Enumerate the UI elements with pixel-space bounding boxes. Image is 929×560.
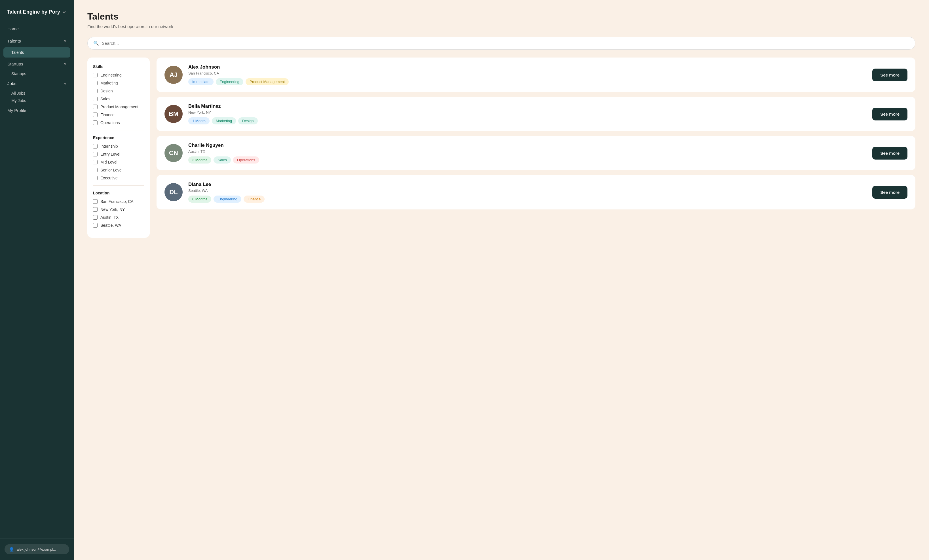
tag-finance: Finance: [244, 196, 265, 203]
mid-level-label: Mid Level: [100, 160, 117, 164]
tag-sales: Sales: [213, 156, 231, 164]
search-input[interactable]: [102, 41, 909, 46]
seattle-checkbox[interactable]: [93, 223, 98, 228]
engineering-checkbox[interactable]: [93, 73, 98, 77]
tag-engineering: Engineering: [216, 78, 243, 85]
tag-engineering: Engineering: [213, 196, 241, 203]
tag-operations: Operations: [233, 156, 259, 164]
see-more-button-bella-martinez[interactable]: See more: [872, 108, 908, 121]
talent-name-alex-johnson: Alex Johnson: [188, 64, 867, 70]
tag-product-management: Product Management: [245, 78, 289, 85]
internship-checkbox[interactable]: [93, 144, 98, 148]
sidebar-item-jobs-label: Jobs: [8, 81, 17, 86]
tag-3-months: 3 Months: [188, 156, 211, 164]
filter-seattle[interactable]: Seattle, WA: [93, 223, 144, 228]
talent-info-bella-martinez: Bella Martinez New York, NY 1 MonthMarke…: [188, 103, 867, 124]
tag-6-months: 6 Months: [188, 196, 211, 203]
filter-engineering[interactable]: Engineering: [93, 73, 144, 77]
sidebar-sub-all-jobs-label: All Jobs: [11, 91, 25, 95]
page-subtitle: Find the world's best operators in our n…: [87, 24, 915, 29]
filter-product-management[interactable]: Product Management: [93, 104, 144, 109]
talent-list: AJ Alex Johnson San Francisco, CA Immedi…: [156, 58, 915, 549]
sidebar-sub-item-startups[interactable]: Startups: [3, 70, 71, 77]
filter-sales[interactable]: Sales: [93, 96, 144, 101]
talent-tags-alex-johnson: ImmediateEngineeringProduct Management: [188, 78, 867, 85]
sidebar-nav: Home Talents ∨ Talents Startups ∨ Startu…: [0, 23, 74, 538]
content-area: Skills Engineering Marketing Design Sale…: [87, 58, 915, 549]
sidebar-item-my-profile[interactable]: My Profile: [3, 104, 71, 116]
marketing-checkbox[interactable]: [93, 81, 98, 85]
chevron-down-icon: ∨: [64, 82, 66, 86]
user-email: alex.johnson@exampl...: [17, 547, 56, 551]
design-label: Design: [100, 89, 113, 93]
sidebar-item-talents[interactable]: Talents ∨: [3, 35, 71, 47]
entry-level-label: Entry Level: [100, 152, 120, 156]
product-management-checkbox[interactable]: [93, 104, 98, 109]
entry-level-checkbox[interactable]: [93, 152, 98, 156]
filter-design[interactable]: Design: [93, 89, 144, 93]
sidebar-sub-item-all-jobs[interactable]: All Jobs: [3, 90, 71, 96]
filter-internship[interactable]: Internship: [93, 144, 144, 148]
avatar-charlie-nguyen: CN: [164, 144, 182, 162]
ny-label: New York, NY: [100, 207, 125, 212]
filter-sf[interactable]: San Francisco, CA: [93, 199, 144, 204]
austin-checkbox[interactable]: [93, 215, 98, 220]
sidebar-sub-item-talents[interactable]: Talents: [3, 47, 71, 58]
skills-filter-title: Skills: [93, 64, 144, 69]
sidebar: Talent Engine by Pory « Home Talents ∨ T…: [0, 0, 74, 560]
sidebar-item-startups-label: Startups: [8, 61, 23, 66]
executive-checkbox[interactable]: [93, 176, 98, 180]
filter-senior-level[interactable]: Senior Level: [93, 168, 144, 172]
talent-card-charlie-nguyen: CN Charlie Nguyen Austin, TX 3 MonthsSal…: [156, 136, 915, 170]
sf-checkbox[interactable]: [93, 199, 98, 204]
talent-tags-diana-lee: 6 MonthsEngineeringFinance: [188, 196, 867, 203]
tag-immediate: Immediate: [188, 78, 213, 85]
see-more-button-charlie-nguyen[interactable]: See more: [872, 147, 908, 159]
finance-checkbox[interactable]: [93, 113, 98, 117]
see-more-button-diana-lee[interactable]: See more: [872, 186, 908, 199]
talent-tags-charlie-nguyen: 3 MonthsSalesOperations: [188, 156, 867, 164]
internship-label: Internship: [100, 144, 118, 148]
chevron-down-icon: ∨: [64, 62, 66, 66]
engineering-label: Engineering: [100, 73, 122, 77]
avatar-diana-lee: DL: [164, 183, 182, 201]
sidebar-item-home[interactable]: Home: [3, 23, 71, 35]
filter-executive[interactable]: Executive: [93, 176, 144, 180]
chevron-down-icon: ∨: [64, 39, 66, 43]
sidebar-collapse-button[interactable]: «: [62, 8, 67, 16]
filter-operations[interactable]: Operations: [93, 121, 144, 125]
page-title: Talents: [87, 11, 915, 22]
user-account-button[interactable]: 👤 alex.johnson@exampl...: [5, 544, 69, 554]
main-content: Talents Find the world's best operators …: [74, 0, 929, 560]
see-more-button-alex-johnson[interactable]: See more: [872, 69, 908, 81]
filter-marketing[interactable]: Marketing: [93, 81, 144, 85]
operations-label: Operations: [100, 121, 120, 125]
design-checkbox[interactable]: [93, 89, 98, 93]
ny-checkbox[interactable]: [93, 207, 98, 212]
operations-checkbox[interactable]: [93, 121, 98, 125]
filter-austin[interactable]: Austin, TX: [93, 215, 144, 220]
finance-label: Finance: [100, 113, 115, 117]
talent-location-diana-lee: Seattle, WA: [188, 188, 867, 193]
sidebar-header: Talent Engine by Pory «: [0, 0, 74, 23]
talent-info-charlie-nguyen: Charlie Nguyen Austin, TX 3 MonthsSalesO…: [188, 142, 867, 164]
avatar-alex-johnson: AJ: [164, 66, 182, 84]
filter-finance[interactable]: Finance: [93, 113, 144, 117]
sidebar-sub-item-my-jobs[interactable]: My Jobs: [3, 97, 71, 104]
sidebar-item-startups[interactable]: Startups ∨: [3, 58, 71, 70]
sidebar-sub-my-jobs-label: My Jobs: [11, 98, 26, 103]
location-filters: San Francisco, CA New York, NY Austin, T…: [93, 199, 144, 228]
sales-checkbox[interactable]: [93, 96, 98, 101]
sidebar-item-jobs[interactable]: Jobs ∨: [3, 78, 71, 89]
talent-location-bella-martinez: New York, NY: [188, 110, 867, 115]
sidebar-sub-talents-label: Talents: [11, 50, 24, 55]
user-icon: 👤: [9, 547, 14, 551]
senior-level-checkbox[interactable]: [93, 168, 98, 172]
experience-filters: Internship Entry Level Mid Level Senior …: [93, 144, 144, 180]
filter-mid-level[interactable]: Mid Level: [93, 160, 144, 164]
sidebar-item-talents-label: Talents: [8, 38, 21, 43]
experience-filter-title: Experience: [93, 135, 144, 140]
filter-ny[interactable]: New York, NY: [93, 207, 144, 212]
filter-entry-level[interactable]: Entry Level: [93, 152, 144, 156]
mid-level-checkbox[interactable]: [93, 160, 98, 164]
